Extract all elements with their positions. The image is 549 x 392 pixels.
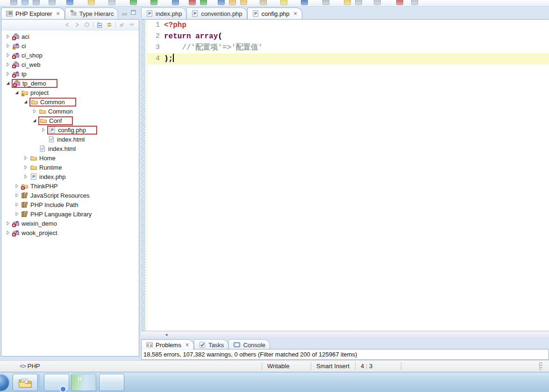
expand-arrow-icon[interactable] — [31, 107, 38, 115]
search-icon[interactable] — [301, 0, 308, 5]
tree-item-common-7[interactable]: Common — [1, 97, 139, 107]
view-menu-icon[interactable] — [128, 21, 135, 29]
tree-item-conf-9[interactable]: Conf — [1, 116, 139, 125]
tree-item-thinkphp-16[interactable]: ThinkPHP — [1, 181, 139, 191]
statusbar-grip[interactable] — [539, 363, 542, 370]
collapse-arrow-icon[interactable] — [4, 79, 12, 87]
code-editor[interactable]: 1234 <?phpreturn array( //'配置项'=>'配置值');… — [141, 19, 549, 337]
sync-icon[interactable] — [83, 21, 91, 29]
editor-tab-convention-php[interactable]: Pconvention.php — [186, 7, 247, 19]
tree-item-home-13[interactable]: Home — [1, 153, 139, 163]
add-mark-icon[interactable] — [396, 0, 403, 5]
tree-item-tp-4[interactable]: Ptp — [1, 69, 139, 78]
tab-php-explorer[interactable]: PHP Explorer✕ — [1, 7, 65, 19]
start-button[interactable] — [0, 374, 9, 391]
expand-arrow-icon[interactable] — [4, 42, 12, 50]
external-tools-icon[interactable] — [260, 0, 267, 5]
new-web-page-icon[interactable] — [88, 0, 95, 5]
tree-item-aci-0[interactable]: aci — [1, 32, 139, 41]
forward-icon[interactable] — [73, 21, 81, 29]
tab-type-hierarc[interactable]: Type Hierarc — [65, 7, 119, 19]
expand-arrow-icon[interactable] — [4, 229, 12, 236]
tree-item-tp-demo-5[interactable]: tp_demo — [1, 78, 139, 88]
arrow-spacer — [40, 135, 47, 143]
open-folder-2-icon[interactable] — [240, 0, 247, 5]
tree-item-index-html-12[interactable]: index.html — [1, 144, 139, 153]
tab-console[interactable]: Console — [228, 339, 270, 350]
debug-icon[interactable] — [130, 0, 137, 5]
annotation-ruler[interactable] — [141, 20, 145, 331]
minimize-icon[interactable] — [121, 9, 128, 15]
tree-item-ci-1[interactable]: Pci — [1, 41, 139, 50]
taskbar-button-green-app[interactable] — [99, 374, 124, 391]
forward-history-icon[interactable] — [374, 0, 381, 5]
tree-item-php-language-library-19[interactable]: PHP Language Library — [1, 209, 139, 219]
tree-item-project-6[interactable]: project — [1, 88, 139, 97]
tree-item-common-8[interactable]: Common — [1, 107, 139, 116]
tree-item-ci-shop-2[interactable]: Pci_shop — [1, 50, 139, 60]
close-icon[interactable]: ✕ — [293, 11, 298, 17]
stop-icon[interactable] — [189, 0, 196, 5]
run-icon[interactable] — [150, 0, 157, 5]
expand-arrow-icon[interactable] — [13, 182, 21, 190]
expand-arrow-icon[interactable] — [40, 126, 47, 134]
taskbar-button-windows-explorer[interactable] — [13, 374, 38, 391]
tree-item-index-html-11[interactable]: index.html — [1, 135, 139, 144]
tree-item-ci-web-3[interactable]: ci_web — [1, 60, 139, 69]
link-with-editor-icon[interactable] — [106, 21, 113, 29]
build-all-icon[interactable] — [66, 0, 73, 5]
tree-item-wook-project-21[interactable]: Pwook_project — [1, 228, 139, 237]
page-icon[interactable] — [108, 0, 115, 5]
open-folder-icon[interactable] — [229, 0, 236, 5]
expand-arrow-icon[interactable] — [13, 201, 21, 208]
bookmark-icon[interactable] — [344, 0, 351, 5]
save-all-icon[interactable] — [33, 0, 40, 5]
folder-icon — [31, 98, 38, 106]
print-icon[interactable] — [49, 0, 56, 5]
tab-tasks[interactable]: Tasks — [194, 339, 228, 350]
scroll-left-arrow[interactable]: ◄ — [164, 333, 168, 337]
collapse-arrow-icon[interactable] — [31, 117, 38, 124]
expand-arrow-icon[interactable] — [4, 220, 12, 227]
tree-item-php-include-path-18[interactable]: PHP Include Path — [1, 200, 139, 209]
tree-item-config-php-10[interactable]: Pconfig.php — [1, 125, 139, 135]
save-icon[interactable] — [21, 0, 29, 5]
profile-icon[interactable] — [172, 0, 179, 5]
tree-item-weixin-demo-20[interactable]: Pweixin_demo — [1, 219, 139, 228]
collapse-arrow-icon[interactable] — [13, 89, 21, 96]
annotate-icon[interactable] — [322, 0, 329, 5]
tree-item-javascript-resources-17[interactable]: JavaScript Resources — [1, 191, 139, 200]
back-icon[interactable] — [64, 21, 71, 29]
editor-tab-config-php[interactable]: Pconfig.php✕ — [247, 7, 302, 19]
collapse-all-icon[interactable] — [96, 21, 103, 29]
expand-arrow-icon[interactable] — [22, 173, 29, 180]
close-icon[interactable]: ✕ — [185, 342, 189, 348]
maximize-icon[interactable] — [130, 9, 136, 15]
new-wizard-icon[interactable] — [10, 0, 17, 5]
tree-item-index-php-15[interactable]: Pindex.php — [1, 172, 139, 181]
run-last-icon[interactable] — [200, 0, 207, 5]
expand-arrow-icon[interactable] — [22, 164, 29, 171]
back-history-icon[interactable] — [355, 0, 362, 5]
expand-arrow-icon[interactable] — [4, 33, 12, 40]
folder-icon — [21, 89, 29, 96]
coverage-icon[interactable] — [218, 0, 225, 5]
expand-arrow-icon[interactable] — [22, 154, 29, 162]
new-file-icon[interactable] — [280, 0, 287, 5]
close-icon[interactable]: ✕ — [56, 11, 60, 17]
expand-arrow-icon[interactable] — [13, 210, 21, 218]
expand-arrow-icon[interactable] — [4, 70, 12, 78]
taskbar-button-messenger-globe[interactable] — [71, 374, 96, 391]
menu-icon[interactable] — [118, 21, 126, 29]
tree-item-runtime-14[interactable]: Runtime — [1, 163, 139, 172]
taskbar-button-chrome[interactable] — [44, 374, 69, 391]
expand-arrow-icon[interactable] — [4, 61, 12, 68]
collapse-arrow-icon[interactable] — [22, 98, 29, 106]
expand-arrow-icon[interactable] — [13, 192, 21, 199]
tab-problems[interactable]: Problems✕ — [141, 339, 194, 350]
horizontal-scrollbar[interactable]: ◄ — [141, 331, 549, 337]
editor-tab-index-php[interactable]: Pindex.php — [141, 7, 186, 19]
last-edit-location-icon[interactable] — [411, 0, 418, 5]
expand-arrow-icon[interactable] — [4, 51, 12, 59]
code-text[interactable]: <?phpreturn array( //'配置项'=>'配置值'); — [164, 20, 549, 64]
